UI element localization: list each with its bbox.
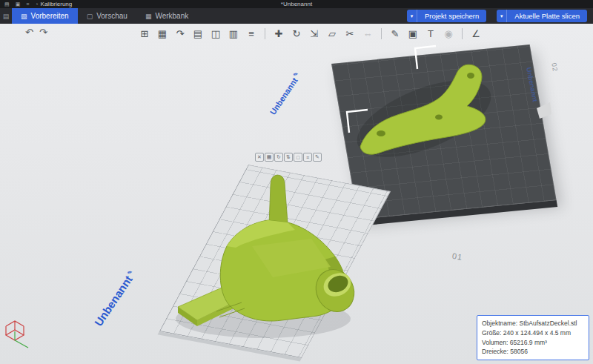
plate-front-edge: [158, 331, 302, 361]
toolbar-separator: [462, 28, 463, 39]
text-icon[interactable]: T: [422, 25, 440, 42]
plate-settings-icon[interactable]: ≡: [303, 153, 312, 162]
measure-icon[interactable]: ∠: [467, 25, 485, 42]
slice-plate-button[interactable]: Aktuelle Platte slicen: [507, 10, 587, 22]
slicer-window: ▤ ▣ ≡ ◔ Kalibrierung *Unbenannt ▤ ▧ Vorb…: [0, 0, 593, 364]
calibration-icon: ◔: [35, 1, 38, 7]
plate-name-light[interactable]: Unbenannt✎: [92, 268, 138, 328]
slice-plate-dropdown[interactable]: ▾: [497, 10, 507, 22]
plate-rotate-icon[interactable]: ↻: [274, 153, 283, 162]
prepare-tab-icon: ▧: [21, 13, 27, 20]
plate-arrange-icon[interactable]: ▦: [265, 153, 274, 162]
info-size: Größe: 240 x 124.494 x 4.5 mm: [482, 328, 584, 338]
cut-icon[interactable]: ✂: [341, 25, 359, 42]
object-info-panel: Objektname: StbAufsatzDeckel.stl Größe: …: [477, 315, 589, 360]
plate-name-label: Unbenannt: [92, 274, 135, 328]
paint-icon[interactable]: ✎: [386, 25, 404, 42]
calibration-button[interactable]: ◔ Kalibrierung: [35, 1, 72, 7]
preview-tab-icon: ▢: [87, 13, 93, 20]
history-controls: ↶ ↷: [25, 27, 47, 38]
build-plate-light[interactable]: [159, 165, 391, 358]
redo-button[interactable]: ↷: [39, 27, 47, 38]
info-triangles: Dreiecke: 58056: [482, 347, 584, 357]
workbench-tab-icon: ▦: [145, 13, 152, 20]
tabbar: ▤ ▧ Vorbereiten ▢ Vorschau ▦ Werkbank ▾ …: [0, 8, 593, 24]
tab-vorbereiten[interactable]: ▧ Vorbereiten: [12, 8, 78, 24]
home-icon[interactable]: ▤: [0, 8, 12, 24]
calibration-label: Kalibrierung: [41, 1, 73, 7]
mirror-icon[interactable]: ⇔: [359, 25, 377, 42]
auto-orient-icon[interactable]: ↷: [171, 25, 189, 42]
plate-name-dark[interactable]: Unbenannt✎: [268, 71, 302, 116]
assembly-icon[interactable]: ▣: [404, 25, 422, 42]
tab-label: Vorbereiten: [31, 12, 69, 20]
tab-label: Werkbank: [155, 12, 188, 20]
info-volume: Volumen: 65216.9 mm³: [482, 338, 584, 348]
plate-number-side: 02: [550, 62, 559, 73]
tab-label: Vorschau: [96, 12, 127, 20]
toolbar-separator: [265, 28, 265, 39]
plate-delete-icon[interactable]: ✕: [255, 153, 264, 162]
toolbar-separator: [381, 28, 382, 39]
flatten-icon[interactable]: ▱: [323, 25, 341, 42]
tab-vorschau[interactable]: ▢ Vorschau: [78, 8, 136, 24]
document-title: *Unbenannt: [0, 1, 593, 7]
app-menu-icon[interactable]: ≡: [26, 1, 29, 7]
titlebar: ▤ ▣ ≡ ◔ Kalibrierung *Unbenannt: [0, 0, 593, 8]
add-icon[interactable]: ⊞: [136, 25, 153, 42]
layers-icon[interactable]: ≡: [242, 25, 260, 42]
info-object-name: Objektname: StbAufsatzDeckel.stl: [482, 319, 584, 328]
split-objects-icon[interactable]: ◫: [207, 25, 225, 42]
add-plate-icon[interactable]: ▦: [153, 25, 171, 42]
scale-icon[interactable]: ⇲: [305, 25, 323, 42]
move-icon[interactable]: ✚: [270, 25, 288, 42]
plate-front-edge: [358, 200, 557, 226]
plate-name-label: Unbenannt: [268, 76, 299, 116]
plate-swap-icon[interactable]: ⇅: [284, 153, 293, 162]
plate-toolbar: ✕ ▦ ↻ ⇅ □ ≡ ✎: [255, 153, 322, 162]
orientation-gizmo[interactable]: [6, 321, 28, 348]
viewport-3d[interactable]: ↶ ↷ ⊞ ▦ ↷ ▤ ◫ ▥ ≡ ✚ ↻ ⇲ ▱ ✂ ⇔ ✎ ▣ T ◉ ∠: [0, 24, 593, 364]
save-project-dropdown[interactable]: ▾: [407, 10, 417, 22]
arrange-icon[interactable]: ▤: [189, 25, 207, 42]
viewport-toolbar: ⊞ ▦ ↷ ▤ ◫ ▥ ≡ ✚ ↻ ⇲ ▱ ✂ ⇔ ✎ ▣ T ◉ ∠: [136, 25, 485, 42]
app-grid-icon[interactable]: ▤: [4, 1, 10, 7]
tab-werkbank[interactable]: ▦ Werkbank: [136, 8, 197, 24]
save-project-button[interactable]: Projekt speichern: [417, 10, 486, 22]
split-parts-icon[interactable]: ▥: [225, 25, 242, 42]
rotate-icon[interactable]: ↻: [288, 25, 305, 42]
app-window-icon[interactable]: ▣: [16, 1, 21, 7]
undo-button[interactable]: ↶: [25, 27, 33, 38]
seam-icon[interactable]: ◉: [440, 25, 457, 42]
plate-edit-icon[interactable]: ✎: [313, 153, 322, 162]
plate-lock-icon[interactable]: □: [294, 153, 302, 162]
plate-number-front: 01: [451, 251, 463, 262]
